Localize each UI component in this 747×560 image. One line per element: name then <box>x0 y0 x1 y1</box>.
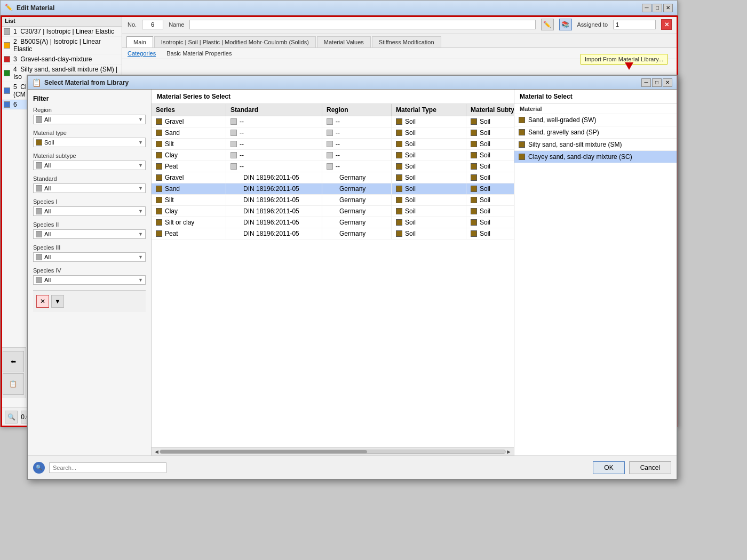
series-mattype-cell: Soil <box>392 183 466 194</box>
name-label: Name <box>169 21 184 28</box>
material-item[interactable]: Sand, well-graded (SW) <box>514 114 677 126</box>
filter-standard-dropdown[interactable]: All ▼ <box>33 183 146 193</box>
filter-material-subtype-dropdown[interactable]: All ▼ <box>33 161 146 170</box>
series-region-cell: -- <box>322 139 392 149</box>
series-row[interactable]: Silt -- -- Soil Soil <box>152 139 514 150</box>
species3-dropdown-value: All <box>44 254 138 260</box>
soil-icon <box>471 197 477 203</box>
filter-region-dropdown[interactable]: All ▼ <box>33 115 146 124</box>
no-field[interactable]: 6 <box>142 20 163 29</box>
series-standard-cell: DIN 18196:2011-05 <box>226 217 322 228</box>
region-icon <box>327 130 333 136</box>
main-window-title: Edit Material <box>17 4 642 12</box>
species1-arrow-icon: ▼ <box>138 209 143 214</box>
search-input[interactable] <box>49 462 166 473</box>
series-scrollbar[interactable]: ◀ ▶ <box>152 447 514 455</box>
library-icon-button[interactable]: 📚 <box>559 19 572 30</box>
tooltip-arrow-icon <box>625 62 633 70</box>
minimize-button[interactable]: ─ <box>642 4 651 12</box>
series-row-selected[interactable]: Sand DIN 18196:2011-05 Germany Soil Soil <box>152 183 514 195</box>
filter-species3-dropdown[interactable]: All ▼ <box>33 252 146 262</box>
tooltip: Import From Material Library... <box>581 54 667 65</box>
tab-main[interactable]: Main <box>126 36 153 47</box>
scrollbar-track[interactable] <box>160 450 506 454</box>
filter-species2-dropdown[interactable]: All ▼ <box>33 229 146 239</box>
soil-icon <box>396 152 402 158</box>
tab-material-values[interactable]: Material Values <box>317 36 371 47</box>
series-name-cell: Sand <box>152 127 226 138</box>
close-button[interactable]: ✕ <box>663 4 673 12</box>
series-row[interactable]: Silt or clay DIN 18196:2011-05 Germany S… <box>152 217 514 228</box>
series-row[interactable]: Sand -- -- Soil Soil <box>152 127 514 139</box>
series-subtype-cell: Soil <box>466 172 514 183</box>
categories-link[interactable]: Categories <box>128 50 156 57</box>
list-item-label: 3 Gravel-sand-clay-mixture <box>13 55 92 63</box>
edit-icon-button[interactable]: ✏️ <box>541 19 554 30</box>
series-subtype-cell: Soil <box>466 127 514 138</box>
filter-material-type-dropdown[interactable]: Soil ▼ <box>33 138 146 147</box>
maximize-button[interactable]: □ <box>653 4 662 12</box>
series-standard-cell: DIN 18196:2011-05 <box>226 195 322 205</box>
assigned-field[interactable] <box>613 20 656 29</box>
standard-dropdown-arrow-icon: ▼ <box>138 186 143 191</box>
scrollbar-thumb[interactable] <box>160 450 367 453</box>
soil-icon <box>396 197 402 203</box>
soil-icon <box>156 208 162 214</box>
filter-species4-dropdown[interactable]: All ▼ <box>33 275 146 285</box>
list-item[interactable]: 1 C30/37 | Isotropic | Linear Elastic <box>1 27 122 37</box>
series-row[interactable]: Gravel DIN 18196:2011-05 Germany Soil So… <box>152 172 514 183</box>
series-standard-cell: DIN 18196:2011-05 <box>226 183 322 194</box>
material-item-selected[interactable]: Clayey sand, sand-clay mixture (SC) <box>514 151 677 163</box>
filter-species2-label: Species II <box>33 221 146 228</box>
dialog-minimize-button[interactable]: ─ <box>641 78 651 87</box>
soil-icon <box>396 208 402 214</box>
species2-arrow-icon: ▼ <box>138 231 143 237</box>
material-sub-label: Material <box>514 104 677 114</box>
series-row[interactable]: Peat -- -- Soil Soil <box>152 161 514 172</box>
clipboard-icon[interactable]: 📋 <box>3 373 24 395</box>
series-row[interactable]: Peat DIN 18196:2011-05 Germany Soil Soil <box>152 228 514 239</box>
series-row[interactable]: Clay -- -- Soil Soil <box>152 150 514 161</box>
soil-icon <box>156 219 162 226</box>
ok-button[interactable]: OK <box>593 461 624 474</box>
series-standard-cell: -- <box>226 127 322 138</box>
material-item[interactable]: Silty sand, sand-silt mixture (SM) <box>514 139 677 151</box>
list-item[interactable]: 2 B500S(A) | Isotropic | Linear Elastic <box>1 37 122 54</box>
title-bar-buttons: ─ □ ✕ <box>642 4 673 12</box>
dialog-close-button[interactable]: ✕ <box>663 78 672 87</box>
tab-stiffness[interactable]: Stiffness Modification <box>372 36 441 47</box>
species2-dropdown-value: All <box>44 231 138 237</box>
series-region-cell: Germany <box>322 217 392 228</box>
german-flag-icon <box>231 208 241 215</box>
german-flag-icon <box>327 230 337 237</box>
tab-isotropic[interactable]: Isotropic | Soil | Plastic | Modified Mo… <box>154 36 316 47</box>
series-name-cell: Silt or clay <box>152 217 226 228</box>
german-flag-icon <box>327 174 337 181</box>
filter-options-button[interactable]: ▼ <box>51 295 64 308</box>
scroll-right-arrow-icon[interactable]: ▶ <box>506 449 512 454</box>
soil-icon <box>471 208 477 214</box>
series-row[interactable]: Gravel -- -- Soil Soil <box>152 116 514 127</box>
series-mattype-cell: Soil <box>392 139 466 149</box>
series-standard-cell: -- <box>226 139 322 149</box>
dialog-maximize-button[interactable]: □ <box>652 78 662 87</box>
soil-icon <box>471 174 477 181</box>
clear-filter-button[interactable]: ✕ <box>36 295 49 308</box>
material-item[interactable]: Sand, gravelly sand (SP) <box>514 126 677 139</box>
collapse-icon[interactable]: ⬅ <box>3 351 24 372</box>
series-row[interactable]: Clay DIN 18196:2011-05 Germany Soil Soil <box>152 206 514 217</box>
series-region-cell: -- <box>322 150 392 161</box>
search-icon-button[interactable]: 🔍 <box>33 462 45 474</box>
region-icon <box>327 163 333 170</box>
search-bottom-icon[interactable]: 🔍 <box>5 411 18 423</box>
clear-assigned-button[interactable]: ✕ <box>661 19 672 30</box>
series-mattype-cell: Soil <box>392 228 466 239</box>
series-row[interactable]: Silt DIN 18196:2011-05 Germany Soil Soil <box>152 195 514 206</box>
list-item[interactable]: 3 Gravel-sand-clay-mixture <box>1 54 122 65</box>
series-region-cell: Germany <box>322 195 392 205</box>
series-standard-cell: DIN 18196:2011-05 <box>226 206 322 217</box>
scroll-left-arrow-icon[interactable]: ◀ <box>154 449 160 454</box>
filter-species1-dropdown[interactable]: All ▼ <box>33 206 146 216</box>
cancel-button[interactable]: Cancel <box>629 461 671 474</box>
name-input[interactable] <box>189 20 535 29</box>
